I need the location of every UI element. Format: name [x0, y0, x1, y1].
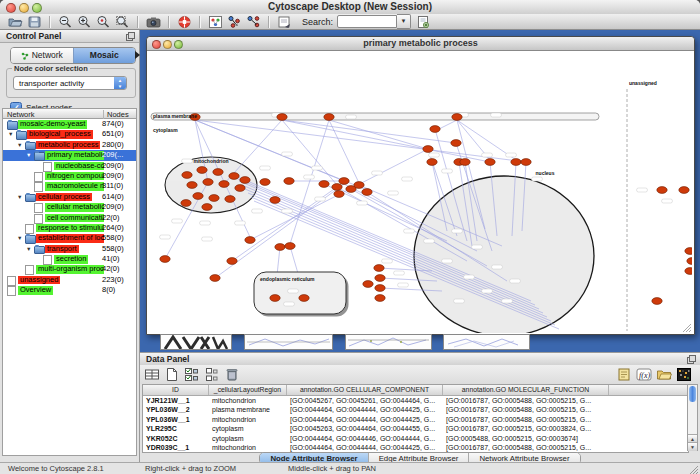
- scrollbar-thumb[interactable]: [689, 386, 696, 402]
- network-node[interactable]: [270, 295, 280, 302]
- network-node[interactable]: [219, 181, 229, 188]
- disclosure-triangle-icon[interactable]: ▼: [26, 244, 31, 254]
- network-node[interactable]: [485, 159, 495, 166]
- network-node[interactable]: [270, 197, 280, 204]
- network-node[interactable]: [240, 177, 250, 184]
- network-node[interactable]: [299, 295, 309, 302]
- network-node[interactable]: [160, 256, 170, 263]
- network-node[interactable]: [375, 285, 385, 292]
- delete-attribute-icon[interactable]: [224, 367, 240, 382]
- network-node[interactable]: [375, 295, 385, 302]
- select-attributes-icon[interactable]: [184, 367, 200, 382]
- app-resize-grip[interactable]: [689, 465, 698, 474]
- network-node[interactable]: [339, 178, 349, 185]
- background-window-fragment[interactable]: [160, 334, 232, 350]
- network-node[interactable]: [227, 258, 237, 265]
- tree-row[interactable]: ▼establishment of loc558(0): [3, 233, 136, 243]
- network-node[interactable]: [679, 187, 689, 194]
- network-node[interactable]: [319, 181, 329, 188]
- layout-nodes-icon[interactable]: [227, 15, 242, 29]
- network-node[interactable]: [511, 159, 521, 166]
- table-row[interactable]: YJR121W__1mitochondrion[GO:0045267, GO:0…: [143, 396, 688, 406]
- network-node[interactable]: [375, 275, 385, 282]
- tree-row[interactable]: cell communication22(0): [3, 213, 136, 223]
- float-panel-icon[interactable]: [687, 355, 696, 364]
- zoom-in-icon[interactable]: [77, 15, 92, 29]
- table-row[interactable]: YKR052Ccytoplasm[GO:0044464, GO:0044446,…: [143, 434, 688, 444]
- tree-col-network[interactable]: Network: [7, 110, 35, 119]
- table-row[interactable]: YPL036W__1mitochondrion[GO:0044464, GO:0…: [143, 415, 688, 425]
- network-node[interactable]: [275, 244, 285, 251]
- network-node[interactable]: [213, 169, 223, 176]
- tree-col-nodes[interactable]: Nodes: [103, 110, 129, 119]
- network-window-titlebar[interactable]: primary metabolic process: [147, 37, 694, 51]
- network-node[interactable]: [229, 173, 239, 180]
- network-node[interactable]: [363, 281, 373, 288]
- network-node[interactable]: [354, 182, 364, 189]
- network-node[interactable]: [181, 200, 191, 207]
- attribute-select-icon[interactable]: [144, 367, 160, 382]
- network-node[interactable]: [423, 146, 433, 153]
- network-node[interactable]: [277, 114, 287, 121]
- network-node[interactable]: [451, 140, 461, 147]
- new-attribute-icon[interactable]: [164, 367, 180, 382]
- network-node[interactable]: [235, 185, 245, 192]
- tree-row[interactable]: ▼transport558(0): [3, 244, 136, 254]
- zoom-selected-icon[interactable]: [96, 15, 111, 29]
- tree-row[interactable]: Overview8(0): [3, 285, 136, 295]
- network-node[interactable]: [210, 275, 220, 282]
- network-node[interactable]: [452, 114, 462, 121]
- network-node[interactable]: [374, 265, 384, 272]
- table-column-header[interactable]: annotation.GO MOLECULAR_FUNCTION: [443, 385, 609, 395]
- open-network-icon[interactable]: [8, 15, 23, 29]
- attribute-matrix-icon[interactable]: [676, 367, 692, 382]
- disclosure-triangle-icon[interactable]: ▼: [8, 129, 13, 139]
- tree-row[interactable]: unassigned223(0): [3, 275, 136, 285]
- tree-row[interactable]: secretion41(0): [3, 254, 136, 264]
- network-node[interactable]: [182, 172, 192, 179]
- table-row[interactable]: YLR295Ccytoplasm[GO:0045263, GO:0044464,…: [143, 424, 688, 434]
- disclosure-triangle-icon[interactable]: ▼: [26, 150, 31, 160]
- zoom-out-icon[interactable]: [58, 15, 73, 29]
- save-session-icon[interactable]: [27, 15, 42, 29]
- search-dropdown-button[interactable]: ▼: [397, 14, 411, 29]
- tree-row[interactable]: nucleobase-contain209(0): [3, 161, 136, 171]
- network-node[interactable]: [427, 159, 437, 166]
- network-node[interactable]: [202, 204, 212, 211]
- disclosure-triangle-icon[interactable]: ▼: [17, 192, 22, 202]
- background-window-fragment[interactable]: [443, 334, 530, 350]
- network-node[interactable]: [225, 196, 235, 203]
- tree-row[interactable]: nitrogen compound209(0): [3, 171, 136, 181]
- network-node[interactable]: [685, 248, 692, 255]
- zoom-fit-icon[interactable]: [115, 15, 130, 29]
- float-panel-icon[interactable]: [126, 32, 135, 41]
- unselect-attributes-icon[interactable]: [204, 367, 220, 382]
- tab-network[interactable]: Network: [11, 48, 73, 63]
- tree-row[interactable]: ▼metabolic process280(0): [3, 140, 136, 150]
- background-window-fragment[interactable]: [244, 334, 333, 350]
- network-node[interactable]: [652, 298, 662, 305]
- tree-row[interactable]: response to stimulus264(0): [3, 223, 136, 233]
- network-canvas[interactable]: plasma membranecytoplasmmitochondrionnuc…: [147, 51, 692, 333]
- tree-row[interactable]: ▼cellular process614(0): [3, 192, 136, 202]
- notes-icon[interactable]: [616, 367, 632, 382]
- table-scrollbar[interactable]: ▲ ▼: [687, 384, 698, 451]
- tree-row[interactable]: macromolecule met311(0): [3, 181, 136, 191]
- network-node[interactable]: [284, 178, 294, 185]
- network-node[interactable]: [187, 182, 197, 189]
- network-node[interactable]: [260, 179, 270, 186]
- network-node[interactable]: [687, 258, 692, 265]
- tree-row[interactable]: mosaic-demo-yeast874(0): [3, 119, 136, 129]
- network-node[interactable]: [245, 237, 255, 244]
- window-resize-grip[interactable]: [681, 322, 691, 332]
- table-row[interactable]: YPL036W__2plasma membrane[GO:0044464, GO…: [143, 405, 688, 415]
- network-node[interactable]: [209, 195, 219, 202]
- color-attribute-dropdown[interactable]: transporter activity ▲▼: [13, 76, 127, 90]
- network-node[interactable]: [521, 159, 531, 166]
- tree-row[interactable]: ▼primary metabolic p209(...: [3, 150, 136, 160]
- table-column-header[interactable]: annotation.GO CELLULAR_COMPONENT: [287, 385, 443, 395]
- search-input[interactable]: [337, 15, 397, 28]
- network-node[interactable]: [657, 187, 667, 194]
- table-column-header[interactable]: _cellularLayoutRegion: [209, 385, 287, 395]
- tree-row[interactable]: ▼biological_process651(0): [3, 129, 136, 139]
